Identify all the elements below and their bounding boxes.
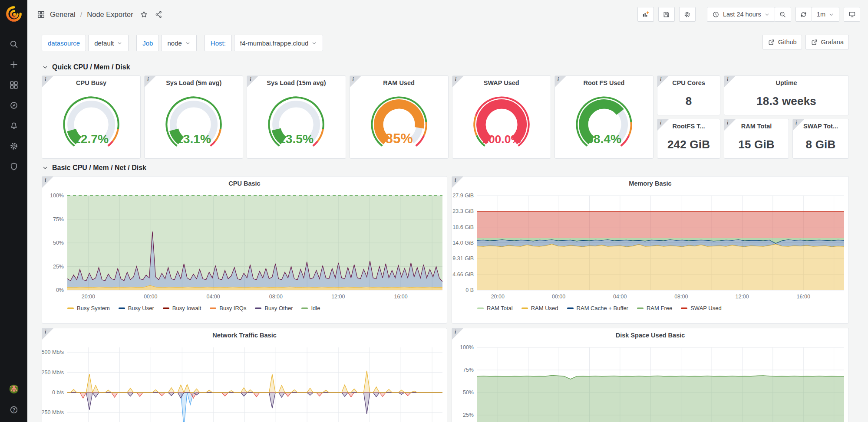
legend-item[interactable]: Busy IRQs: [210, 305, 246, 311]
panel-info-icon[interactable]: i: [247, 76, 258, 87]
panel-ram-used[interactable]: i RAM Used 85%: [350, 75, 449, 159]
svg-text:04:00: 04:00: [206, 294, 220, 300]
legend-item[interactable]: Busy System: [67, 305, 110, 311]
panel-title[interactable]: Uptime: [724, 76, 848, 90]
variable-datasource-label: datasource: [42, 35, 86, 51]
legend-item[interactable]: Idle: [301, 305, 320, 311]
panel-title[interactable]: CPU Basic: [42, 177, 447, 190]
panel-title[interactable]: Sys Load (15m avg): [247, 76, 345, 90]
panel-sys-load-15m[interactable]: i Sys Load (15m avg) 13.5%: [247, 75, 346, 159]
panel-title[interactable]: Network Traffic Basic: [42, 328, 447, 342]
panel-info-icon[interactable]: i: [452, 177, 463, 188]
panel-info-icon[interactable]: i: [42, 328, 53, 340]
configuration-gear-icon[interactable]: [9, 141, 19, 151]
panel-title[interactable]: SWAP Used: [452, 76, 551, 90]
panel-info-icon[interactable]: i: [452, 328, 463, 340]
panel-title[interactable]: Sys Load (5m avg): [145, 76, 243, 90]
refresh-interval-picker[interactable]: 1m: [812, 7, 839, 22]
legend-swatch: [301, 308, 308, 309]
variable-datasource-value[interactable]: default: [88, 35, 129, 51]
panel-cpu-busy[interactable]: i CPU Busy 12.7%: [42, 75, 141, 159]
add-panel-button[interactable]: [637, 7, 654, 22]
panel-title[interactable]: Memory Basic: [452, 177, 848, 190]
legend-item[interactable]: RAM Free: [637, 305, 672, 311]
create-plus-icon[interactable]: [9, 59, 19, 70]
kiosk-mode-button[interactable]: [844, 7, 860, 22]
panel-info-icon[interactable]: i: [555, 76, 566, 87]
explore-compass-icon[interactable]: [9, 100, 19, 111]
breadcrumb-section[interactable]: General: [50, 10, 76, 19]
panel-uptime[interactable]: i Uptime 18.3 weeks: [724, 75, 849, 115]
legend-swatch: [67, 308, 74, 309]
legend-item[interactable]: SWAP Used: [681, 305, 722, 311]
svg-text:0 B: 0 B: [465, 287, 474, 293]
legend-swatch: [119, 308, 125, 309]
help-icon[interactable]: ?: [9, 405, 19, 415]
legend-item[interactable]: Busy Other: [255, 305, 293, 311]
legend-label: Busy IRQs: [219, 305, 246, 311]
stat-panels-group: i CPU Cores 8 i Uptime 18.3 weeks i Root…: [657, 75, 849, 159]
alerting-bell-icon[interactable]: [9, 121, 19, 131]
server-admin-shield-icon[interactable]: [9, 161, 19, 172]
panel-swap-used[interactable]: i SWAP Used 100.0%: [452, 75, 551, 159]
legend-item[interactable]: RAM Cache + Buffer: [567, 305, 628, 311]
grafana-logo[interactable]: [0, 0, 27, 28]
panel-info-icon[interactable]: i: [724, 76, 736, 87]
row-header-basic[interactable]: Basic CPU / Mem / Net / Disk: [42, 159, 849, 176]
panel-rootfs-total[interactable]: i RootFS T... 242 GiB: [657, 119, 720, 159]
row-header-quick[interactable]: Quick CPU / Mem / Disk: [42, 58, 849, 75]
panel-cpu-basic[interactable]: i CPU Basic 0%25%50%75%100%20:0000:0004:…: [42, 176, 447, 324]
legend-item[interactable]: RAM Used: [521, 305, 558, 311]
panel-title[interactable]: RAM Used: [350, 76, 448, 90]
panel-info-icon[interactable]: i: [724, 119, 736, 131]
memory-basic-chart[interactable]: 0 B4.66 GiB9.31 GiB14.0 GiB18.6 GiB23.3 …: [452, 190, 848, 303]
user-avatar[interactable]: [9, 384, 19, 394]
zoom-out-time-button[interactable]: [775, 7, 791, 22]
cpu-basic-chart[interactable]: 0%25%50%75%100%20:0000:0004:0008:0012:00…: [42, 190, 447, 303]
panel-info-icon[interactable]: i: [42, 76, 53, 87]
panel-info-icon[interactable]: i: [452, 76, 464, 87]
legend-swatch: [567, 308, 574, 309]
breadcrumb-title[interactable]: Node Exporter: [87, 10, 133, 19]
github-link-button[interactable]: Github: [762, 35, 802, 49]
panel-sys-load-5m[interactable]: i Sys Load (5m avg) 13.1%: [144, 75, 243, 159]
chevron-down-icon: [117, 40, 122, 46]
panel-info-icon[interactable]: i: [657, 76, 669, 87]
variable-host-value[interactable]: f4-mumbai.frappe.cloud: [234, 35, 323, 51]
refresh-button[interactable]: [795, 7, 812, 22]
panel-ram-total[interactable]: i RAM Total 15 GiB: [724, 119, 789, 159]
panel-root-fs-used[interactable]: i Root FS Used 68.4%: [554, 75, 653, 159]
grafana-link-button[interactable]: Grafana: [805, 35, 849, 49]
submenu-variables: datasource default Job node Host: f4-mum…: [27, 29, 868, 58]
panel-info-icon[interactable]: i: [42, 177, 53, 188]
disk-space-chart[interactable]: 0%25%50%75%100%20:0000:0004:0008:0012:00…: [452, 342, 848, 422]
svg-text:12:00: 12:00: [331, 294, 345, 300]
panel-network-traffic-basic[interactable]: i Network Traffic Basic -500 Mb/s-250 Mb…: [42, 328, 447, 422]
legend-item[interactable]: Busy Iowait: [163, 305, 201, 311]
time-range-picker[interactable]: Last 24 hours: [707, 7, 775, 22]
panel-info-icon[interactable]: i: [145, 76, 156, 87]
variable-host-label: Host:: [205, 35, 232, 51]
panel-info-icon[interactable]: i: [350, 76, 361, 87]
gauge-cpu-busy: 12.7%: [42, 90, 140, 156]
legend-item[interactable]: RAM Total: [477, 305, 513, 311]
save-dashboard-button[interactable]: [658, 7, 675, 22]
share-icon[interactable]: [155, 10, 163, 19]
panel-cpu-cores[interactable]: i CPU Cores 8: [657, 75, 720, 115]
panel-swap-total[interactable]: i SWAP Tot... 8 GiB: [792, 119, 849, 159]
search-icon[interactable]: [9, 39, 19, 49]
dashboard-settings-button[interactable]: [679, 7, 696, 22]
variable-job-value[interactable]: node: [161, 35, 196, 51]
panel-memory-basic[interactable]: i Memory Basic 0 B4.66 GiB9.31 GiB14.0 G…: [452, 176, 849, 324]
svg-text:00:00: 00:00: [144, 294, 157, 300]
panel-title[interactable]: Disk Space Used Basic: [452, 328, 848, 342]
panel-info-icon[interactable]: i: [793, 119, 804, 131]
panel-title[interactable]: CPU Busy: [42, 76, 140, 90]
star-icon[interactable]: [140, 10, 148, 19]
panel-title[interactable]: Root FS Used: [555, 76, 653, 90]
panel-info-icon[interactable]: i: [657, 119, 669, 131]
panel-disk-space-used-basic[interactable]: i Disk Space Used Basic 0%25%50%75%100%2…: [452, 328, 849, 422]
legend-item[interactable]: Busy User: [119, 305, 154, 311]
dashboards-icon[interactable]: [9, 80, 19, 90]
network-traffic-chart[interactable]: -500 Mb/s-250 Mb/s0 b/s250 Mb/s500 Mb/s2…: [42, 342, 447, 422]
